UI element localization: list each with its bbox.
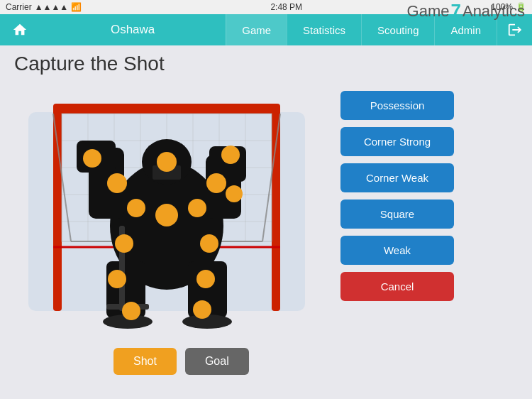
rink-container: Shot Goal — [14, 84, 326, 361]
svg-rect-1 — [53, 105, 62, 311]
svg-point-39 — [127, 199, 145, 217]
status-left: Carrier ▲▲▲▲ 📶 — [6, 2, 82, 12]
logo-game-text: Game — [407, 2, 450, 21]
logo: Game 7 Analytics — [407, 0, 525, 22]
shot-button[interactable]: Shot — [113, 348, 177, 375]
square-button[interactable]: Square — [340, 200, 454, 229]
time-label: 2:48 PM — [270, 2, 302, 12]
svg-point-37 — [221, 146, 240, 164]
weak-button[interactable]: Weak — [340, 236, 454, 265]
svg-point-35 — [206, 173, 226, 193]
corner-strong-button[interactable]: Corner Strong — [340, 127, 454, 156]
svg-point-38 — [155, 204, 178, 226]
svg-point-41 — [115, 234, 133, 253]
wifi-icon: 📶 — [71, 2, 82, 12]
content-area: Capture the Shot Game 7 Analytics — [0, 45, 532, 399]
svg-point-45 — [122, 302, 140, 320]
tab-game[interactable]: Game — [226, 14, 287, 45]
svg-rect-3 — [53, 104, 280, 114]
bottom-buttons: Shot Goal — [14, 348, 326, 375]
cancel-button[interactable]: Cancel — [340, 272, 454, 301]
svg-point-40 — [188, 199, 206, 217]
svg-point-42 — [200, 234, 218, 253]
svg-point-33 — [157, 152, 177, 172]
tab-statistics[interactable]: Statistics — [287, 14, 361, 45]
corner-weak-button[interactable]: Corner Weak — [340, 163, 454, 192]
svg-point-43 — [108, 270, 126, 288]
svg-point-34 — [107, 173, 127, 193]
svg-point-47 — [226, 185, 243, 202]
rink-svg — [14, 84, 319, 339]
logout-icon — [507, 22, 523, 38]
right-panel: Possession Corner Strong Corner Weak Squ… — [340, 91, 454, 301]
team-name: Oshawa — [40, 14, 226, 45]
home-icon — [12, 22, 28, 38]
logo-7-text: 7 — [450, 0, 460, 22]
possession-button[interactable]: Possession — [340, 91, 454, 120]
svg-point-36 — [83, 149, 101, 168]
signal-icon: ▲▲▲▲ — [35, 2, 69, 12]
svg-point-44 — [196, 270, 215, 288]
goal-button[interactable]: Goal — [185, 348, 249, 375]
logo-analytics-text: Analytics — [462, 2, 525, 21]
page-title: Capture the Shot — [14, 53, 165, 75]
svg-point-46 — [193, 300, 211, 319]
svg-rect-2 — [272, 105, 280, 311]
carrier-label: Carrier — [6, 2, 32, 12]
main-area: Shot Goal Possession Corner Strong Corne… — [14, 84, 518, 392]
home-button[interactable] — [0, 14, 40, 45]
